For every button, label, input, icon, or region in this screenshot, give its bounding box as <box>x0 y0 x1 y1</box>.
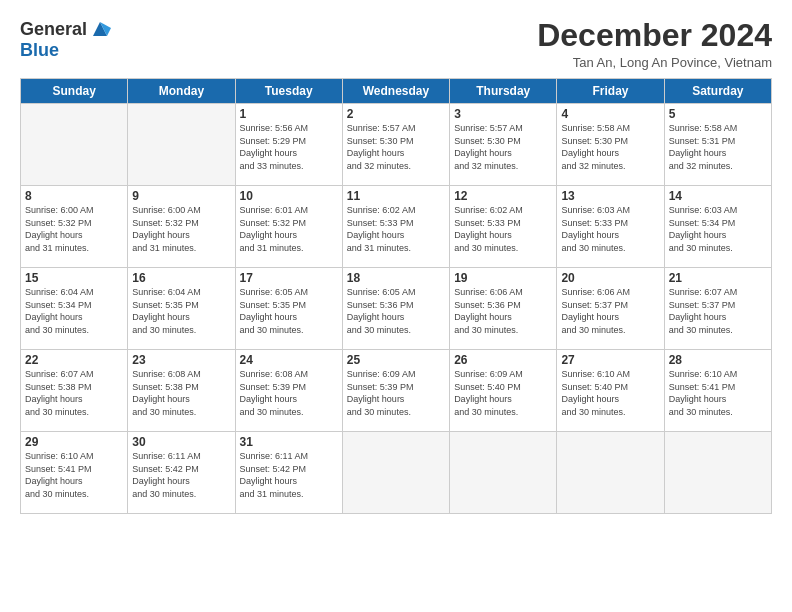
table-row: 1 Sunrise: 5:56 AM Sunset: 5:29 PM Dayli… <box>235 104 342 186</box>
table-row: 26 Sunrise: 6:09 AM Sunset: 5:40 PM Dayl… <box>450 350 557 432</box>
table-row: 5 Sunrise: 5:58 AM Sunset: 5:31 PM Dayli… <box>664 104 771 186</box>
table-row: 21 Sunrise: 6:07 AM Sunset: 5:37 PM Dayl… <box>664 268 771 350</box>
calendar-week-1: 8 Sunrise: 6:00 AM Sunset: 5:32 PM Dayli… <box>21 186 772 268</box>
table-row: 23 Sunrise: 6:08 AM Sunset: 5:38 PM Dayl… <box>128 350 235 432</box>
header: General Blue December 2024 Tan An, Long … <box>20 18 772 70</box>
table-row <box>128 104 235 186</box>
table-row: 31 Sunrise: 6:11 AM Sunset: 5:42 PM Dayl… <box>235 432 342 514</box>
table-row <box>557 432 664 514</box>
table-row: 2 Sunrise: 5:57 AM Sunset: 5:30 PM Dayli… <box>342 104 449 186</box>
table-row: 29 Sunrise: 6:10 AM Sunset: 5:41 PM Dayl… <box>21 432 128 514</box>
table-row: 18 Sunrise: 6:05 AM Sunset: 5:36 PM Dayl… <box>342 268 449 350</box>
table-row: 14 Sunrise: 6:03 AM Sunset: 5:34 PM Dayl… <box>664 186 771 268</box>
table-row: 11 Sunrise: 6:02 AM Sunset: 5:33 PM Dayl… <box>342 186 449 268</box>
col-header-friday: Friday <box>557 79 664 104</box>
page: General Blue December 2024 Tan An, Long … <box>0 0 792 612</box>
table-row: 28 Sunrise: 6:10 AM Sunset: 5:41 PM Dayl… <box>664 350 771 432</box>
title-block: December 2024 Tan An, Long An Povince, V… <box>537 18 772 70</box>
table-row: 24 Sunrise: 6:08 AM Sunset: 5:39 PM Dayl… <box>235 350 342 432</box>
location: Tan An, Long An Povince, Vietnam <box>537 55 772 70</box>
table-row: 13 Sunrise: 6:03 AM Sunset: 5:33 PM Dayl… <box>557 186 664 268</box>
calendar-header-row: Sunday Monday Tuesday Wednesday Thursday… <box>21 79 772 104</box>
table-row <box>664 432 771 514</box>
table-row: 10 Sunrise: 6:01 AM Sunset: 5:32 PM Dayl… <box>235 186 342 268</box>
table-row <box>21 104 128 186</box>
table-row <box>342 432 449 514</box>
col-header-monday: Monday <box>128 79 235 104</box>
logo-icon <box>89 18 111 40</box>
logo-blue: Blue <box>20 40 59 60</box>
calendar: Sunday Monday Tuesday Wednesday Thursday… <box>20 78 772 514</box>
calendar-week-2: 15 Sunrise: 6:04 AM Sunset: 5:34 PM Dayl… <box>21 268 772 350</box>
table-row: 16 Sunrise: 6:04 AM Sunset: 5:35 PM Dayl… <box>128 268 235 350</box>
table-row: 15 Sunrise: 6:04 AM Sunset: 5:34 PM Dayl… <box>21 268 128 350</box>
table-row <box>450 432 557 514</box>
logo-general: General <box>20 19 87 40</box>
table-row: 8 Sunrise: 6:00 AM Sunset: 5:32 PM Dayli… <box>21 186 128 268</box>
table-row: 17 Sunrise: 6:05 AM Sunset: 5:35 PM Dayl… <box>235 268 342 350</box>
table-row: 27 Sunrise: 6:10 AM Sunset: 5:40 PM Dayl… <box>557 350 664 432</box>
table-row: 19 Sunrise: 6:06 AM Sunset: 5:36 PM Dayl… <box>450 268 557 350</box>
calendar-week-0: 1 Sunrise: 5:56 AM Sunset: 5:29 PM Dayli… <box>21 104 772 186</box>
logo: General Blue <box>20 18 111 61</box>
calendar-week-3: 22 Sunrise: 6:07 AM Sunset: 5:38 PM Dayl… <box>21 350 772 432</box>
col-header-saturday: Saturday <box>664 79 771 104</box>
month-title: December 2024 <box>537 18 772 53</box>
table-row: 12 Sunrise: 6:02 AM Sunset: 5:33 PM Dayl… <box>450 186 557 268</box>
table-row: 25 Sunrise: 6:09 AM Sunset: 5:39 PM Dayl… <box>342 350 449 432</box>
table-row: 9 Sunrise: 6:00 AM Sunset: 5:32 PM Dayli… <box>128 186 235 268</box>
table-row: 22 Sunrise: 6:07 AM Sunset: 5:38 PM Dayl… <box>21 350 128 432</box>
col-header-thursday: Thursday <box>450 79 557 104</box>
calendar-week-4: 29 Sunrise: 6:10 AM Sunset: 5:41 PM Dayl… <box>21 432 772 514</box>
col-header-wednesday: Wednesday <box>342 79 449 104</box>
table-row: 3 Sunrise: 5:57 AM Sunset: 5:30 PM Dayli… <box>450 104 557 186</box>
table-row: 4 Sunrise: 5:58 AM Sunset: 5:30 PM Dayli… <box>557 104 664 186</box>
col-header-tuesday: Tuesday <box>235 79 342 104</box>
table-row: 30 Sunrise: 6:11 AM Sunset: 5:42 PM Dayl… <box>128 432 235 514</box>
table-row: 20 Sunrise: 6:06 AM Sunset: 5:37 PM Dayl… <box>557 268 664 350</box>
col-header-sunday: Sunday <box>21 79 128 104</box>
